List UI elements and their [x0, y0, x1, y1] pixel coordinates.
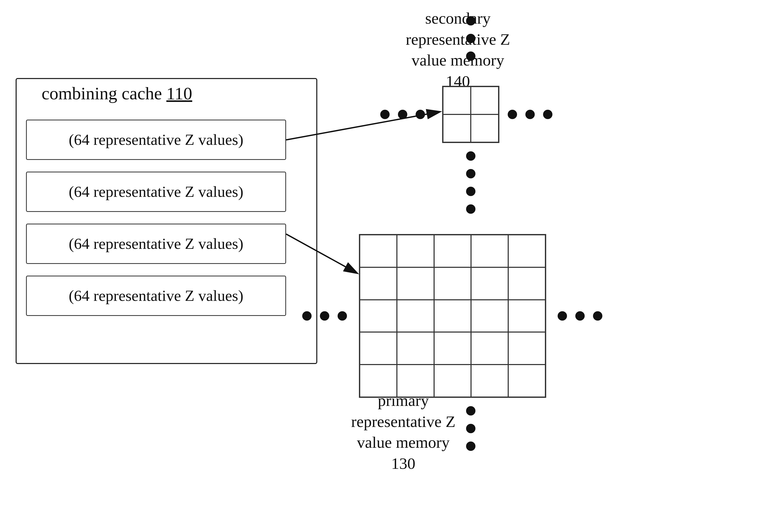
svg-point-17: [320, 311, 329, 321]
secondary-grid-cell: [443, 114, 471, 142]
primary-grid-cell: [397, 235, 434, 267]
diagram: combining cache 110 (64 representative Z…: [0, 0, 767, 532]
svg-point-21: [593, 311, 602, 321]
primary-grid-cell: [471, 300, 508, 332]
svg-point-14: [466, 187, 475, 196]
cache-row-2: (64 representative Z values): [26, 172, 286, 212]
primary-grid-cell: [434, 365, 471, 397]
cache-row-3-text: (64 representative Z values): [69, 235, 243, 253]
secondary-grid-cell: [443, 87, 471, 114]
primary-grid-cell: [434, 300, 471, 332]
primary-grid-cell: [434, 332, 471, 365]
primary-grid-cell: [360, 332, 397, 365]
primary-grid-cell: [434, 235, 471, 267]
combining-cache-number: 110: [166, 83, 192, 103]
svg-point-6: [380, 110, 390, 119]
primary-grid-cell: [471, 332, 508, 365]
primary-grid-cell: [508, 365, 545, 397]
secondary-memory-grid: [442, 86, 499, 143]
svg-point-20: [575, 311, 585, 321]
primary-grid-cell: [360, 235, 397, 267]
primary-grid-cell: [508, 267, 545, 300]
primary-grid-cell: [360, 267, 397, 300]
primary-grid-cell: [397, 365, 434, 397]
cache-row-4-text: (64 representative Z values): [69, 287, 243, 305]
svg-point-15: [466, 204, 475, 214]
cache-row-3: (64 representative Z values): [26, 224, 286, 264]
svg-point-24: [466, 442, 475, 451]
secondary-grid-cell: [471, 87, 499, 114]
primary-memory-label: primary representative Z value memory 13…: [351, 390, 455, 474]
svg-point-12: [466, 151, 475, 161]
primary-grid-cell: [397, 267, 434, 300]
svg-point-7: [398, 110, 407, 119]
cache-row-4: (64 representative Z values): [26, 276, 286, 316]
primary-grid-cell: [397, 332, 434, 365]
svg-point-11: [543, 110, 552, 119]
cache-row-1-text: (64 representative Z values): [69, 131, 243, 149]
svg-point-10: [525, 110, 535, 119]
svg-point-9: [508, 110, 517, 119]
primary-grid-cell: [471, 267, 508, 300]
primary-memory-grid: [359, 234, 546, 398]
primary-grid-cell: [360, 300, 397, 332]
svg-point-18: [338, 311, 347, 321]
primary-grid-cell: [434, 267, 471, 300]
svg-point-23: [466, 424, 475, 433]
primary-grid-cell: [508, 300, 545, 332]
primary-grid-cell: [508, 332, 545, 365]
svg-point-13: [466, 169, 475, 178]
primary-grid-cell: [471, 365, 508, 397]
secondary-grid-cell: [471, 114, 499, 142]
svg-point-19: [558, 311, 567, 321]
primary-grid-cell: [471, 235, 508, 267]
primary-grid-cell: [397, 300, 434, 332]
svg-point-22: [466, 406, 475, 416]
cache-row-1: (64 representative Z values): [26, 120, 286, 160]
secondary-memory-label: secondary representative Z value memory …: [406, 8, 510, 92]
primary-grid-cell: [508, 235, 545, 267]
cache-row-2-text: (64 representative Z values): [69, 183, 243, 201]
svg-point-8: [416, 110, 425, 119]
combining-cache-title: combining cache 110: [42, 83, 192, 104]
primary-grid-cell: [360, 365, 397, 397]
